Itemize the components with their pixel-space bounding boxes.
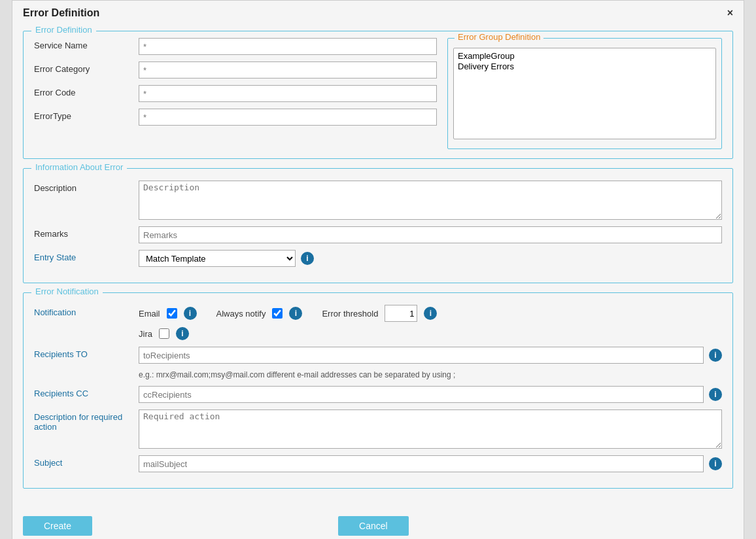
entry-state-label: Entry State <box>34 250 139 262</box>
email-checkbox[interactable] <box>167 308 177 319</box>
info-about-error-legend: Information About Error <box>31 162 127 172</box>
jira-info-icon[interactable]: i <box>176 327 189 340</box>
cancel-button[interactable]: Cancel <box>338 516 409 536</box>
recipients-cc-row: Recipients CC i <box>34 386 722 403</box>
recipients-cc-label: Recipients CC <box>34 386 139 398</box>
error-type-label: ErrorType <box>34 109 139 121</box>
error-definition-dialog: Error Definition × Error Definition Serv… <box>12 0 744 539</box>
error-group-item[interactable]: Delivery Errors <box>458 61 712 72</box>
error-notification-section: Error Notification Notification Email i … <box>23 292 733 489</box>
error-code-input[interactable] <box>139 85 437 102</box>
remarks-input[interactable] <box>139 226 722 243</box>
error-group-container: Error Group Definition ExampleGroup Deli… <box>447 38 722 149</box>
recipients-cc-input[interactable] <box>139 386 704 403</box>
remarks-row: Remarks <box>34 226 722 243</box>
service-name-input[interactable] <box>139 38 437 55</box>
remarks-label: Remarks <box>34 226 139 239</box>
error-definition-legend: Error Definition <box>31 25 96 35</box>
description-label: Description <box>34 181 139 193</box>
always-notify-label: Always notify <box>216 309 266 319</box>
recipients-cc-info-icon[interactable]: i <box>709 388 722 401</box>
dialog-body: Error Definition Service Name Error Cate… <box>12 24 744 508</box>
service-name-label: Service Name <box>34 38 139 50</box>
subject-input[interactable] <box>139 455 704 472</box>
email-label: Email <box>139 309 160 319</box>
email-info-icon[interactable]: i <box>184 307 197 320</box>
subject-label: Subject <box>34 455 139 468</box>
description-action-row: Description for required action <box>34 409 722 449</box>
description-action-input[interactable] <box>139 409 722 449</box>
create-button[interactable]: Create <box>23 516 92 536</box>
notification-controls: Email i Always notify i Error threshold … <box>139 305 437 340</box>
subject-info-icon[interactable]: i <box>709 457 722 470</box>
email-row: Email i Always notify i Error threshold … <box>139 305 437 322</box>
notification-row: Notification Email i Always notify i Err… <box>34 305 722 340</box>
jira-checkbox[interactable] <box>159 328 169 339</box>
entry-state-controls: Match Template Option2 Option3 i <box>139 250 314 267</box>
entry-state-info-icon[interactable]: i <box>301 252 314 265</box>
error-threshold-label: Error threshold <box>322 309 378 319</box>
service-name-row: Service Name <box>34 38 437 55</box>
recipients-to-info-icon[interactable]: i <box>709 349 722 362</box>
recipients-to-input[interactable] <box>139 347 704 364</box>
dialog-title-bar: Error Definition × <box>12 1 744 24</box>
error-group-legend: Error Group Definition <box>455 32 543 42</box>
dialog-title: Error Definition <box>23 7 99 19</box>
threshold-info-icon[interactable]: i <box>424 307 437 320</box>
recipients-to-hint: e.g.: mrx@mail.com;msy@mail.com differen… <box>139 370 722 379</box>
recipients-to-row: Recipients TO i <box>34 347 722 364</box>
error-type-row: ErrorType <box>34 109 437 126</box>
error-category-input[interactable] <box>139 61 437 78</box>
error-notification-legend: Error Notification <box>31 287 103 296</box>
notification-label: Notification <box>34 305 139 317</box>
error-threshold-input[interactable] <box>385 305 417 322</box>
error-code-row: Error Code <box>34 85 437 102</box>
error-code-label: Error Code <box>34 85 139 97</box>
subject-row: Subject i <box>34 455 722 472</box>
entry-state-select[interactable]: Match Template Option2 Option3 <box>139 250 296 267</box>
description-row: Description <box>34 181 722 220</box>
error-type-input[interactable] <box>139 109 437 126</box>
always-notify-checkbox[interactable] <box>272 308 283 319</box>
error-group-list[interactable]: ExampleGroup Delivery Errors <box>453 48 716 139</box>
error-group-item[interactable]: ExampleGroup <box>458 51 712 61</box>
top-fields-container: Service Name Error Category Error Code E… <box>34 38 722 149</box>
error-category-label: Error Category <box>34 61 139 74</box>
error-group-box: Error Group Definition ExampleGroup Deli… <box>447 38 722 149</box>
entry-state-row: Entry State Match Template Option2 Optio… <box>34 250 722 267</box>
info-about-error-section: Information About Error Description Rema… <box>23 168 733 283</box>
always-notify-info-icon[interactable]: i <box>289 307 302 320</box>
recipients-to-label: Recipients TO <box>34 347 139 359</box>
bottom-buttons: Create Cancel <box>12 508 744 539</box>
description-input[interactable] <box>139 181 722 220</box>
jira-row: Jira i <box>139 327 437 340</box>
close-button[interactable]: × <box>727 8 733 18</box>
description-action-label: Description for required action <box>34 409 139 432</box>
jira-label: Jira <box>139 329 152 339</box>
error-definition-section: Error Definition Service Name Error Cate… <box>23 31 733 159</box>
error-category-row: Error Category <box>34 61 437 78</box>
top-left-fields: Service Name Error Category Error Code E… <box>34 38 437 149</box>
